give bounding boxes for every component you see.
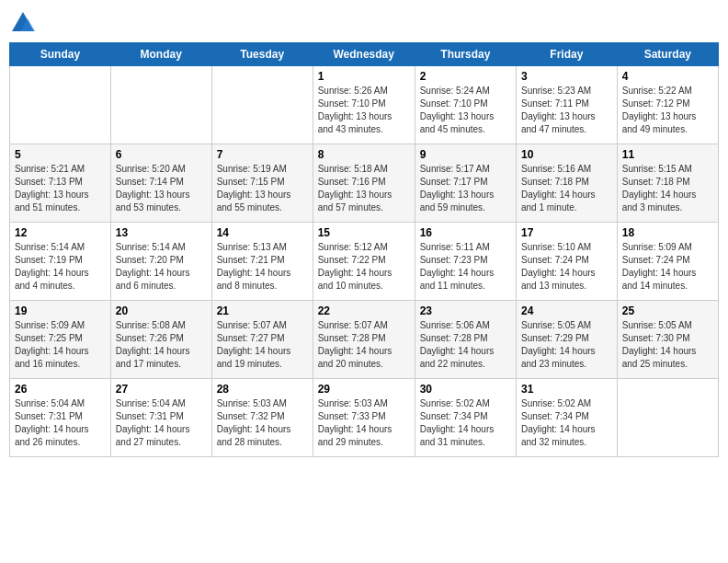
day-number: 13 bbox=[116, 226, 207, 239]
day-number: 24 bbox=[521, 304, 612, 317]
day-info: Sunrise: 5:10 AMSunset: 7:24 PMDaylight:… bbox=[521, 241, 612, 293]
day-info: Sunrise: 5:26 AMSunset: 7:10 PMDaylight:… bbox=[318, 85, 410, 136]
day-info: Sunrise: 5:12 AMSunset: 7:22 PMDaylight:… bbox=[318, 241, 410, 293]
calendar-cell bbox=[110, 66, 211, 144]
day-number: 6 bbox=[116, 148, 207, 161]
calendar-cell: 11Sunrise: 5:15 AMSunset: 7:18 PMDayligh… bbox=[617, 144, 718, 223]
day-info: Sunrise: 5:02 AMSunset: 7:34 PMDaylight:… bbox=[420, 397, 511, 449]
day-info: Sunrise: 5:02 AMSunset: 7:34 PMDaylight:… bbox=[521, 397, 612, 449]
day-number: 10 bbox=[521, 148, 612, 161]
weekday-header: Tuesday bbox=[211, 43, 313, 66]
calendar-cell: 26Sunrise: 5:04 AMSunset: 7:31 PMDayligh… bbox=[10, 379, 111, 457]
day-number: 4 bbox=[622, 70, 713, 83]
weekday-header: Wednesday bbox=[313, 43, 415, 66]
day-info: Sunrise: 5:09 AMSunset: 7:24 PMDaylight:… bbox=[622, 241, 713, 293]
calendar-cell: 12Sunrise: 5:14 AMSunset: 7:19 PMDayligh… bbox=[10, 223, 111, 301]
weekday-header: Thursday bbox=[415, 43, 516, 66]
day-number: 2 bbox=[420, 70, 511, 83]
calendar-cell: 8Sunrise: 5:18 AMSunset: 7:16 PMDaylight… bbox=[313, 144, 415, 223]
day-number: 11 bbox=[622, 148, 713, 161]
calendar-week-row: 26Sunrise: 5:04 AMSunset: 7:31 PMDayligh… bbox=[10, 379, 719, 457]
calendar-cell: 7Sunrise: 5:19 AMSunset: 7:15 PMDaylight… bbox=[211, 144, 313, 223]
calendar-table: SundayMondayTuesdayWednesdayThursdayFrid… bbox=[9, 42, 719, 457]
calendar-cell: 20Sunrise: 5:08 AMSunset: 7:26 PMDayligh… bbox=[110, 301, 211, 379]
calendar-cell: 27Sunrise: 5:04 AMSunset: 7:31 PMDayligh… bbox=[110, 379, 211, 457]
day-info: Sunrise: 5:19 AMSunset: 7:15 PMDaylight:… bbox=[217, 163, 308, 214]
calendar-cell: 9Sunrise: 5:17 AMSunset: 7:17 PMDaylight… bbox=[415, 144, 516, 223]
calendar-cell: 21Sunrise: 5:07 AMSunset: 7:27 PMDayligh… bbox=[211, 301, 313, 379]
day-number: 8 bbox=[318, 148, 410, 161]
day-info: Sunrise: 5:04 AMSunset: 7:31 PMDaylight:… bbox=[15, 397, 106, 449]
weekday-header: Sunday bbox=[10, 43, 111, 66]
calendar-week-row: 12Sunrise: 5:14 AMSunset: 7:19 PMDayligh… bbox=[10, 223, 719, 301]
calendar-cell: 29Sunrise: 5:03 AMSunset: 7:33 PMDayligh… bbox=[313, 379, 415, 457]
day-number: 31 bbox=[521, 383, 612, 396]
day-info: Sunrise: 5:13 AMSunset: 7:21 PMDaylight:… bbox=[217, 241, 308, 293]
calendar-cell bbox=[617, 379, 718, 457]
day-info: Sunrise: 5:11 AMSunset: 7:23 PMDaylight:… bbox=[420, 241, 511, 293]
day-info: Sunrise: 5:14 AMSunset: 7:20 PMDaylight:… bbox=[116, 241, 207, 293]
day-number: 21 bbox=[217, 304, 308, 317]
day-number: 1 bbox=[318, 70, 410, 83]
calendar-cell bbox=[211, 66, 313, 144]
calendar-cell: 5Sunrise: 5:21 AMSunset: 7:13 PMDaylight… bbox=[10, 144, 111, 223]
calendar-cell: 13Sunrise: 5:14 AMSunset: 7:20 PMDayligh… bbox=[110, 223, 211, 301]
day-info: Sunrise: 5:03 AMSunset: 7:32 PMDaylight:… bbox=[217, 397, 308, 449]
calendar-cell: 6Sunrise: 5:20 AMSunset: 7:14 PMDaylight… bbox=[110, 144, 211, 223]
calendar-cell: 2Sunrise: 5:24 AMSunset: 7:10 PMDaylight… bbox=[415, 66, 516, 144]
day-number: 26 bbox=[15, 383, 106, 396]
calendar-cell: 19Sunrise: 5:09 AMSunset: 7:25 PMDayligh… bbox=[10, 301, 111, 379]
logo-icon bbox=[9, 9, 37, 37]
day-number: 27 bbox=[116, 383, 207, 396]
day-number: 25 bbox=[622, 304, 713, 317]
day-info: Sunrise: 5:20 AMSunset: 7:14 PMDaylight:… bbox=[116, 163, 207, 214]
day-info: Sunrise: 5:05 AMSunset: 7:30 PMDaylight:… bbox=[622, 319, 713, 371]
calendar-cell: 25Sunrise: 5:05 AMSunset: 7:30 PMDayligh… bbox=[617, 301, 718, 379]
calendar-cell: 18Sunrise: 5:09 AMSunset: 7:24 PMDayligh… bbox=[617, 223, 718, 301]
day-info: Sunrise: 5:06 AMSunset: 7:28 PMDaylight:… bbox=[420, 319, 511, 371]
day-number: 19 bbox=[15, 304, 106, 317]
day-info: Sunrise: 5:21 AMSunset: 7:13 PMDaylight:… bbox=[15, 163, 106, 214]
day-info: Sunrise: 5:18 AMSunset: 7:16 PMDaylight:… bbox=[318, 163, 410, 214]
calendar-cell: 4Sunrise: 5:22 AMSunset: 7:12 PMDaylight… bbox=[617, 66, 718, 144]
calendar-cell: 22Sunrise: 5:07 AMSunset: 7:28 PMDayligh… bbox=[313, 301, 415, 379]
calendar-cell: 3Sunrise: 5:23 AMSunset: 7:11 PMDaylight… bbox=[516, 66, 617, 144]
calendar-week-row: 19Sunrise: 5:09 AMSunset: 7:25 PMDayligh… bbox=[10, 301, 719, 379]
day-number: 12 bbox=[15, 226, 106, 239]
day-number: 9 bbox=[420, 148, 511, 161]
calendar-week-row: 1Sunrise: 5:26 AMSunset: 7:10 PMDaylight… bbox=[10, 66, 719, 144]
day-info: Sunrise: 5:03 AMSunset: 7:33 PMDaylight:… bbox=[318, 397, 410, 449]
calendar-cell: 10Sunrise: 5:16 AMSunset: 7:18 PMDayligh… bbox=[516, 144, 617, 223]
weekday-header: Monday bbox=[110, 43, 211, 66]
calendar-cell: 15Sunrise: 5:12 AMSunset: 7:22 PMDayligh… bbox=[313, 223, 415, 301]
calendar-cell: 28Sunrise: 5:03 AMSunset: 7:32 PMDayligh… bbox=[211, 379, 313, 457]
day-number: 22 bbox=[318, 304, 410, 317]
day-number: 30 bbox=[420, 383, 511, 396]
calendar-week-row: 5Sunrise: 5:21 AMSunset: 7:13 PMDaylight… bbox=[10, 144, 719, 223]
day-info: Sunrise: 5:22 AMSunset: 7:12 PMDaylight:… bbox=[622, 85, 713, 136]
calendar-cell: 23Sunrise: 5:06 AMSunset: 7:28 PMDayligh… bbox=[415, 301, 516, 379]
calendar-cell: 24Sunrise: 5:05 AMSunset: 7:29 PMDayligh… bbox=[516, 301, 617, 379]
calendar-cell bbox=[10, 66, 111, 144]
calendar-cell: 1Sunrise: 5:26 AMSunset: 7:10 PMDaylight… bbox=[313, 66, 415, 144]
calendar-cell: 17Sunrise: 5:10 AMSunset: 7:24 PMDayligh… bbox=[516, 223, 617, 301]
day-number: 28 bbox=[217, 383, 308, 396]
calendar-cell: 30Sunrise: 5:02 AMSunset: 7:34 PMDayligh… bbox=[415, 379, 516, 457]
day-info: Sunrise: 5:23 AMSunset: 7:11 PMDaylight:… bbox=[521, 85, 612, 136]
day-number: 15 bbox=[318, 226, 410, 239]
day-info: Sunrise: 5:16 AMSunset: 7:18 PMDaylight:… bbox=[521, 163, 612, 214]
day-info: Sunrise: 5:15 AMSunset: 7:18 PMDaylight:… bbox=[622, 163, 713, 214]
calendar-header: SundayMondayTuesdayWednesdayThursdayFrid… bbox=[10, 43, 719, 66]
day-info: Sunrise: 5:07 AMSunset: 7:27 PMDaylight:… bbox=[217, 319, 308, 371]
day-info: Sunrise: 5:04 AMSunset: 7:31 PMDaylight:… bbox=[116, 397, 207, 449]
day-info: Sunrise: 5:14 AMSunset: 7:19 PMDaylight:… bbox=[15, 241, 106, 293]
day-info: Sunrise: 5:08 AMSunset: 7:26 PMDaylight:… bbox=[116, 319, 207, 371]
day-number: 16 bbox=[420, 226, 511, 239]
weekday-header: Friday bbox=[516, 43, 617, 66]
day-number: 14 bbox=[217, 226, 308, 239]
day-info: Sunrise: 5:17 AMSunset: 7:17 PMDaylight:… bbox=[420, 163, 511, 214]
day-info: Sunrise: 5:09 AMSunset: 7:25 PMDaylight:… bbox=[15, 319, 106, 371]
day-number: 18 bbox=[622, 226, 713, 239]
day-number: 23 bbox=[420, 304, 511, 317]
logo bbox=[9, 9, 40, 37]
